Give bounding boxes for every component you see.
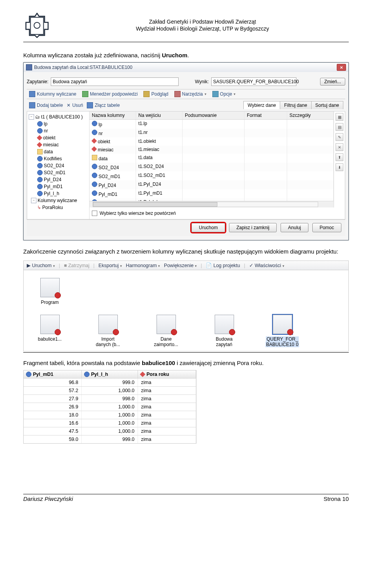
grid-row[interactable]: obiektt1.obiekt (90, 137, 334, 146)
page-footer: Dariusz Piwczyński Strona 10 (23, 494, 349, 502)
window-title: Budowa zapytań dla Local:STAT.BABULICE10… (34, 65, 337, 70)
podglad-button[interactable]: Podgląd (143, 91, 168, 97)
tree-item-SO2_D24[interactable]: SO2_D24 (29, 162, 88, 169)
minus-icon[interactable]: − (29, 114, 34, 120)
tree-item-SO2_mD1[interactable]: SO2_mD1 (29, 169, 88, 176)
close-button[interactable]: ✕ (337, 64, 346, 71)
node-program[interactable]: Program (31, 278, 68, 305)
tree-root: t1 ( BABULICE100 ) (41, 113, 83, 120)
grid-row[interactable]: SO2_mD1t1.SO2_mD1 (90, 171, 334, 180)
move-down-icon[interactable]: ⬇ (336, 163, 343, 171)
project-diagram[interactable]: Program babulice1...Importdanych (b...Da… (23, 270, 349, 351)
powiekszenie-menu[interactable]: Powiększenie ▾ (164, 263, 197, 268)
distinct-checkbox[interactable] (92, 211, 97, 216)
usun-button[interactable]: ✕ Usuń (67, 103, 83, 108)
para1-post: . (188, 52, 189, 58)
paragraph-1: Kolumna wyliczana została już zdefiniowa… (23, 52, 349, 58)
table-row: 57.21,000.0zima (24, 386, 196, 394)
window-icon (26, 64, 32, 70)
export-menu[interactable]: Eksportuj ▾ (98, 263, 122, 268)
log-projektu-button[interactable]: 📄 Log projektu (206, 262, 240, 268)
prompt-icon (82, 91, 88, 97)
delete-icon[interactable]: ✕ (336, 143, 343, 151)
grid-header: Nazwa kolumny Na wejściu Podsumowanie Fo… (90, 111, 334, 120)
table-row: 18.01,000.0zima (24, 411, 196, 419)
doc-header: Zakład Genetyki i Podstaw Hodowli Zwierz… (23, 12, 349, 42)
grid-row[interactable]: Pyl_mD1t1.Pyl_mD1 (90, 189, 334, 198)
grid-row[interactable]: nrt1.nr (90, 129, 334, 137)
para1-bold: Uruchom (162, 52, 188, 58)
run-menu[interactable]: ▶ Uruchom ▾ (27, 262, 55, 268)
tree-item-KodMies[interactable]: KodMies (29, 155, 88, 162)
move-up-icon[interactable]: ⬆ (336, 153, 343, 161)
node-babulice1[interactable]: babulice1... (31, 315, 68, 347)
dodaj-tabele-button[interactable]: Dodaj tabele (29, 102, 63, 108)
horizontal-scrollbar[interactable] (90, 201, 334, 207)
node-icon (215, 315, 234, 334)
tree-item-miesiac[interactable]: miesiac (29, 141, 88, 148)
query-builder-window: Budowa zapytań dla Local:STAT.BABULICE10… (23, 62, 349, 240)
tree-item-nr[interactable]: nr (29, 127, 88, 134)
table-row: 47.51,000.0zima (24, 427, 196, 435)
node-dane[interactable]: Danezaimporto... (148, 315, 184, 347)
kolumny-wyliczane-button[interactable]: Kolumny wyliczane (29, 91, 76, 97)
join-icon (87, 102, 93, 108)
wlasciwosci-menu[interactable]: ✓ Właściwości ▾ (249, 262, 284, 268)
stop-button: ■ Zatrzymaj (64, 263, 90, 268)
node-icon (98, 315, 118, 334)
edit-icon[interactable]: ✎ (336, 133, 343, 141)
narzedzia-menu[interactable]: Narzędzia ▾ (174, 91, 207, 97)
minus-icon[interactable]: − (31, 198, 36, 203)
tree-poraroku[interactable]: PoraRoku (42, 204, 63, 211)
grid-row[interactable]: SO2_D24t1.SO2_D24 (90, 163, 334, 171)
anuluj-button[interactable]: Anuluj (281, 223, 308, 232)
tree-item-data[interactable]: data (29, 148, 88, 155)
source-tree[interactable]: −🗂 t1 ( BABULICE100 ) lp nr obiekt miesi… (27, 111, 90, 219)
table-row: 16.61,000.0zima (24, 419, 196, 427)
tab-filtruj-dane[interactable]: Filtruj dane (280, 101, 311, 109)
tree-item-obiekt[interactable]: obiekt (29, 134, 88, 141)
header-line2: Wydział Hodowli i Biologii Zwierząt, UTP… (56, 25, 349, 32)
grid-row[interactable]: lpt1.lp (90, 120, 334, 129)
table-toolbar: Dodaj tabele ✕ Usuń Złącz tabele Wybierz… (27, 99, 345, 111)
tree-item-Pyl_I_h[interactable]: Pyl_I_h (29, 190, 88, 197)
node-import[interactable]: Importdanych (b... (90, 315, 126, 347)
grid-row[interactable]: Pyl_I_ht1.Pyl_I_h (90, 198, 334, 201)
pomoc-button[interactable]: Pomoc (312, 223, 341, 232)
warning-icon (140, 372, 145, 377)
uruchom-button[interactable]: Uruchom (191, 223, 225, 232)
node-icon (157, 315, 176, 334)
node-query_for_[interactable]: QUERY_FOR_BABULICE100 (264, 315, 301, 347)
tree-item-Pyl_D24[interactable]: Pyl_D24 (29, 176, 88, 183)
col-pora-roku: Pora roku (138, 370, 196, 378)
tree-item-lp[interactable]: lp (29, 120, 88, 127)
zapytanie-input[interactable]: Budowa zapytań (51, 77, 179, 86)
col-pyl-ih: Pyl_I_h (82, 370, 138, 378)
tree-item-Pyl_mD1[interactable]: Pyl_mD1 (29, 183, 88, 190)
select-all-icon[interactable]: ▦ (336, 113, 343, 121)
separator (23, 352, 349, 353)
options-icon (212, 91, 219, 97)
grid-icon[interactable]: ▤ (336, 123, 343, 131)
zmien-button[interactable]: Zmień... (320, 78, 345, 86)
node-budowa[interactable]: Budowazapytań (206, 315, 243, 347)
zlacz-tabele-button[interactable]: Złącz tabele (87, 102, 120, 108)
header-line1: Zakład Genetyki i Podstaw Hodowli Zwierz… (56, 18, 349, 25)
opcje-menu[interactable]: Opcje ▾ (212, 91, 236, 97)
harmonogram-menu[interactable]: Harmonogram ▾ (126, 263, 160, 268)
tab-wybierz-dane[interactable]: Wybierz dane (243, 101, 280, 109)
table-row: 26.91,000.0zima (24, 403, 196, 411)
grid-row[interactable]: datat1.data (90, 154, 334, 163)
svg-rect-0 (30, 17, 43, 34)
window-titlebar[interactable]: Budowa zapytań dla Local:STAT.BABULICE10… (24, 63, 348, 72)
grid-row[interactable]: miesiact1.miesiac (90, 146, 334, 154)
tree-computed-group: Kolumny wyliczane (38, 197, 77, 204)
menedzer-button[interactable]: Menedżer podpowiedzi (82, 91, 138, 97)
grid-row[interactable]: Pyl_D24t1.Pyl_D24 (90, 180, 334, 189)
wynik-label: Wynik: (195, 79, 209, 84)
wynik-input[interactable]: SASUSER.QUERY_FOR_BABULICE100 (211, 77, 296, 86)
col-pyl-md1: Pyl_mD1 (24, 370, 82, 378)
footer-page: Strona 10 (324, 495, 349, 502)
tab-sortuj-dane[interactable]: Sortuj dane (311, 101, 343, 109)
zapisz-button[interactable]: Zapisz i zamknij (229, 223, 277, 232)
